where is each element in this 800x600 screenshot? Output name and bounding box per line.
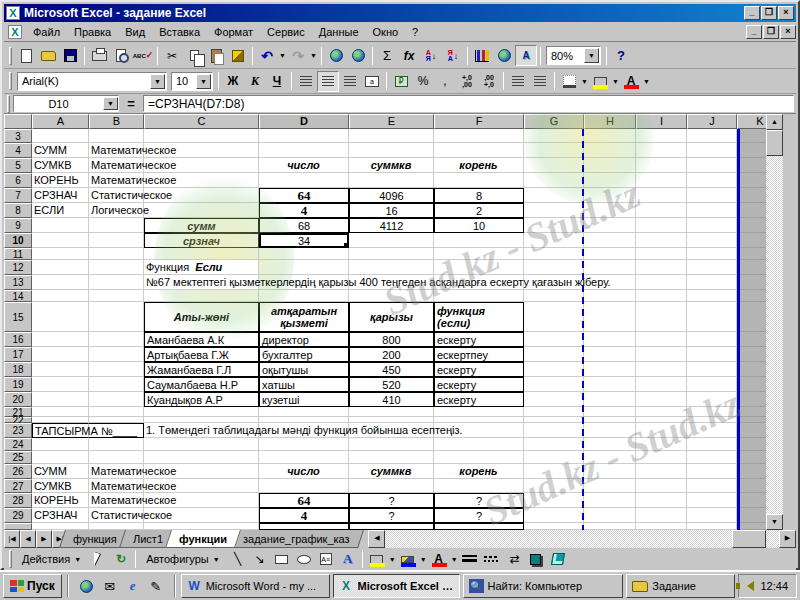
cell-J25[interactable] [687, 451, 737, 464]
cell-H17[interactable] [584, 347, 636, 362]
cell-E11[interactable] [349, 248, 434, 260]
cell-A26[interactable]: СУММ [32, 464, 89, 479]
row-header-11[interactable]: 11 [4, 248, 32, 260]
cell-E4[interactable] [349, 143, 434, 158]
cell-J17[interactable] [687, 347, 737, 362]
doc-minimize-button[interactable]: _ [746, 25, 762, 39]
cell-D5[interactable]: число [259, 158, 349, 173]
cell-J18[interactable] [687, 362, 737, 377]
cell-D8[interactable]: 4 [259, 203, 349, 218]
cell-E10[interactable] [349, 233, 434, 248]
cell-H5[interactable] [584, 158, 636, 173]
notes-icon[interactable]: ✎ [147, 577, 165, 595]
column-header-G[interactable]: G [524, 114, 584, 129]
cell-J21[interactable] [687, 407, 737, 417]
cell-E16[interactable]: 800 [349, 332, 434, 347]
cell-C20[interactable]: Куандықов А.Р [144, 392, 259, 407]
next-sheet-icon[interactable]: ▶ [36, 530, 52, 548]
cell-D25[interactable] [259, 451, 349, 464]
cell-J10[interactable] [687, 233, 737, 248]
first-sheet-icon[interactable]: |◀ [4, 530, 20, 548]
text-box-icon[interactable]: A≡ [315, 549, 337, 570]
cell-I15[interactable] [636, 302, 687, 332]
cell-D17[interactable]: бухгалтер [259, 347, 349, 362]
undo-dropdown-icon[interactable]: ▼ [278, 45, 287, 66]
font-name-dropdown-icon[interactable]: ▼ [150, 74, 165, 89]
sheet-tab-функции[interactable]: функции [165, 530, 241, 548]
cell-F3[interactable] [434, 129, 524, 143]
sheet-tab-задание_график_каз[interactable]: задание_график_каз [229, 530, 363, 548]
cell-F24[interactable] [434, 438, 524, 451]
row-header-29[interactable]: 29 [4, 508, 32, 523]
cell-I5[interactable] [636, 158, 687, 173]
horizontal-scrollbar[interactable]: ◀ ▶ [368, 530, 796, 548]
row-header-20[interactable]: 20 [4, 392, 32, 407]
cell-H10[interactable] [584, 233, 636, 248]
cell-B18[interactable] [89, 362, 144, 377]
cell-F21[interactable] [434, 407, 524, 417]
cell-A17[interactable] [32, 347, 89, 362]
cell-A13[interactable] [32, 275, 89, 290]
new-icon-button[interactable] [15, 45, 37, 66]
task-button-findpc[interactable]: 🔍Найти: Компьютер [463, 574, 624, 598]
menu-item-Правка[interactable]: Правка [67, 24, 118, 40]
name-box[interactable]: D10 ▼ [13, 95, 119, 112]
cell-C12[interactable]: ФункцияЕсли [144, 260, 259, 275]
row-header-30[interactable] [4, 523, 32, 530]
cell-I28[interactable] [636, 493, 687, 508]
column-header-H[interactable]: H [584, 114, 636, 129]
menu-item-Вставка[interactable]: Вставка [152, 24, 207, 40]
cell-B6[interactable]: Математическое [89, 173, 144, 188]
column-header-F[interactable]: F [434, 114, 524, 129]
line-style-icon[interactable] [459, 549, 481, 570]
vertical-scrollbar[interactable]: ▲ ▼ [766, 114, 783, 530]
cell-A6[interactable]: КОРЕНЬ [32, 173, 89, 188]
paste-icon-button[interactable] [205, 45, 227, 66]
cell-F29[interactable]: ? [434, 508, 524, 523]
cell-J14[interactable] [687, 290, 737, 302]
cell-C11[interactable] [144, 248, 259, 260]
cell-G3[interactable] [524, 129, 584, 143]
cell-B4[interactable]: Математическое [89, 143, 144, 158]
cell-E6[interactable] [349, 173, 434, 188]
toolbar-grip[interactable] [9, 72, 12, 90]
cell-E19[interactable]: 520 [349, 377, 434, 392]
cell-B17[interactable] [89, 347, 144, 362]
toolbar-grip[interactable] [7, 95, 10, 113]
cell-E3[interactable] [349, 129, 434, 143]
row-header-6[interactable]: 6 [4, 173, 32, 188]
cell-A8[interactable]: ЕСЛИ [32, 203, 89, 218]
cut-icon-button[interactable]: ✂ [161, 45, 183, 66]
doc-close-button[interactable]: × [780, 25, 796, 39]
row-header-28[interactable]: 28 [4, 493, 32, 508]
cell-H12[interactable] [584, 260, 636, 275]
cell-J11[interactable] [687, 248, 737, 260]
font-color-button[interactable]: А [428, 549, 450, 570]
cell-J24[interactable] [687, 438, 737, 451]
font-color-dropdown-icon[interactable]: ▼ [642, 71, 651, 92]
column-header-D[interactable]: D [259, 114, 349, 129]
cell-B5[interactable]: Математическое [89, 158, 144, 173]
cell-G24[interactable] [524, 438, 584, 451]
cell-J8[interactable] [687, 203, 737, 218]
workbook-icon[interactable]: X [8, 25, 22, 39]
cell-B13[interactable] [89, 275, 144, 290]
cell-C3[interactable] [144, 129, 259, 143]
row-header-27[interactable]: 27 [4, 479, 32, 493]
cell-H18[interactable] [584, 362, 636, 377]
task-button-excel[interactable]: XMicrosoft Excel -... [333, 574, 460, 598]
merge-center-button[interactable]: a [361, 71, 383, 92]
cell-E14[interactable] [349, 290, 434, 302]
cell-G29[interactable] [524, 508, 584, 523]
row-header-14[interactable]: 14 [4, 290, 32, 302]
cell-J26[interactable] [687, 464, 737, 479]
cell-B8[interactable]: Логическое [89, 203, 144, 218]
line-color-dropdown-icon[interactable]: ▼ [419, 549, 428, 570]
zoom-combo[interactable]: 80%▼ [546, 46, 601, 65]
cell-D19[interactable]: хатшы [259, 377, 349, 392]
menu-item-Данные[interactable]: Данные [312, 24, 366, 40]
cell-A16[interactable] [32, 332, 89, 347]
cell-B9[interactable] [89, 218, 144, 233]
cell-C13[interactable]: №67 мектептегі қызметкерлердің қарызы 40… [144, 275, 259, 290]
cell-J29[interactable] [687, 508, 737, 523]
